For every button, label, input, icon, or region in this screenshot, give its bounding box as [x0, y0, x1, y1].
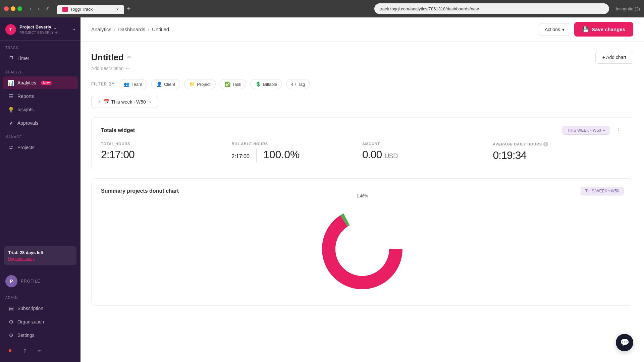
total-hours-value: 2:17:00 — [101, 148, 225, 161]
breadcrumb-sep-2: / — [148, 26, 149, 32]
url-text: track.toggl.com/analytics/7861318/dashbo… — [380, 6, 479, 11]
sidebar-bottom: Trial: 28 days left Upgrade today — [0, 242, 80, 269]
upgrade-link[interactable]: Upgrade today — [8, 256, 72, 261]
projects-label: Projects — [17, 145, 35, 150]
topbar: Analytics / Dashboards / Untitled Action… — [80, 17, 644, 42]
project-name: Project Beverly ... — [19, 24, 70, 30]
insights-label: Insights — [17, 107, 34, 112]
window-minimize-button[interactable] — [11, 6, 15, 11]
totals-widget: Totals widget THIS WEEK • W50 ▾ ⋮ TOTAL … — [91, 117, 633, 170]
organization-label: Organization — [17, 319, 44, 324]
task-filter-icon: ✅ — [225, 81, 230, 87]
donut-chart-container: 1.46% — [101, 202, 624, 297]
project-sub: PROJECT BEVERLY HI... — [19, 31, 70, 35]
window-close-button[interactable] — [4, 6, 9, 11]
analytics-new-badge: New — [41, 81, 52, 85]
save-changes-button[interactable]: 💾 Save changes — [574, 22, 633, 37]
timer-icon: ⏱ — [8, 55, 14, 61]
notification-dot — [9, 349, 11, 352]
manage-section-label: MANAGE — [0, 130, 80, 141]
sidebar-chevron-icon[interactable]: ▾ — [73, 27, 75, 32]
sidebar-item-projects[interactable]: 🗂 Projects — [3, 141, 78, 154]
sidebar-item-organization[interactable]: ⚙ Organization — [3, 315, 78, 328]
stat-total-hours: TOTAL HOURS 2:17:00 — [101, 142, 232, 162]
settings-icon: ⚙ — [8, 332, 14, 338]
more-options-button[interactable]: ⋮ — [613, 126, 624, 135]
breadcrumb-analytics[interactable]: Analytics — [91, 26, 111, 32]
active-tab[interactable]: Toggl Track × — [57, 5, 124, 14]
billable-hours-value-combo: 2:17:00 100.0% — [232, 148, 356, 162]
page-title: Untitled — [91, 52, 124, 63]
analytics-label: Analytics — [17, 80, 36, 85]
browser-forward-button[interactable]: › — [35, 4, 41, 13]
filter-tag[interactable]: 🏷 Tag — [286, 79, 310, 89]
subscription-icon: ▤ — [8, 305, 14, 311]
title-edit-icon[interactable]: ✏ — [127, 54, 131, 61]
browser-back-button[interactable]: ‹ — [28, 4, 33, 13]
organization-icon: ⚙ — [8, 319, 14, 325]
window-maximize-button[interactable] — [17, 6, 22, 11]
sidebar-item-approvals[interactable]: ✔ Approvals — [3, 117, 78, 129]
reports-label: Reports — [17, 94, 34, 99]
avg-daily-label: AVERAGE DAILY HOURS i — [493, 142, 617, 146]
add-chart-button[interactable]: + Add chart — [595, 51, 633, 64]
dashboard-content: Untitled ✏ + Add chart Add description ✏… — [80, 42, 644, 362]
incognito-label: Incognito (2) — [616, 6, 640, 11]
notification-icon-button[interactable] — [5, 346, 15, 355]
stat-billable-hours: BILLABLE HOURS 2:17:00 100.0% — [232, 142, 363, 162]
date-navigation[interactable]: ‹ 📅 This week · W50 › — [91, 96, 158, 108]
stat-avg-daily: AVERAGE DAILY HOURS i 0:19:34 — [493, 142, 624, 162]
sidebar-item-analytics[interactable]: 📊 Analytics New — [3, 76, 78, 89]
sidebar-header: T Project Beverly ... PROJECT BEVERLY HI… — [0, 17, 80, 41]
add-description-row[interactable]: Add description ✏ — [91, 66, 633, 71]
subscription-label: Subscription — [17, 306, 43, 311]
week-badge[interactable]: THIS WEEK • W50 ▾ — [562, 126, 609, 135]
total-hours-label: TOTAL HOURS — [101, 142, 225, 146]
project-filter-label: Project — [197, 82, 210, 87]
chat-support-button[interactable]: 💬 — [616, 334, 633, 351]
sidebar-item-subscription[interactable]: ▤ Subscription — [3, 302, 78, 315]
billable-hours-value: 2:17:00 — [232, 154, 250, 160]
browser-tab-bar: Toggl Track × + — [57, 4, 368, 14]
stat-divider — [256, 148, 257, 162]
breadcrumb-dashboards[interactable]: Dashboards — [118, 26, 145, 32]
sidebar-item-timer[interactable]: ⏱ Timer — [3, 52, 78, 65]
tab-close-button[interactable]: × — [116, 7, 119, 12]
trial-text: Trial: 28 days left — [8, 250, 72, 255]
dashboard-title: Untitled ✏ — [91, 52, 131, 63]
date-next-button[interactable]: › — [147, 99, 153, 105]
help-icon-button[interactable]: ? — [20, 346, 30, 355]
sidebar-item-reports[interactable]: ☰ Reports — [3, 90, 78, 103]
address-bar[interactable]: track.toggl.com/analytics/7861318/dashbo… — [374, 3, 609, 14]
date-prev-button[interactable]: ‹ — [96, 99, 102, 105]
team-filter-label: Team — [131, 82, 142, 87]
actions-button[interactable]: Actions ▾ — [539, 23, 570, 36]
sidebar: T Project Beverly ... PROJECT BEVERLY HI… — [0, 17, 80, 362]
avg-daily-value: 0:19:34 — [493, 149, 617, 162]
browser-chrome: ‹ › ↺ Toggl Track × + track.toggl.com/an… — [0, 0, 644, 17]
topbar-actions: Actions ▾ 💾 Save changes — [539, 22, 633, 37]
sidebar-item-settings[interactable]: ⚙ Settings — [3, 329, 78, 342]
analytics-icon: 📊 — [8, 80, 14, 86]
settings-label: Settings — [17, 333, 35, 338]
avatar[interactable]: P — [5, 275, 17, 287]
sidebar-item-insights[interactable]: 💡 Insights — [3, 103, 78, 116]
collapse-sidebar-button[interactable]: ⇤ — [35, 346, 44, 355]
main-content: Analytics / Dashboards / Untitled Action… — [80, 17, 644, 362]
description-edit-icon[interactable]: ✏ — [126, 66, 129, 71]
filter-project[interactable]: 📁 Project — [184, 79, 215, 89]
filter-team[interactable]: 👥 Team — [119, 79, 147, 89]
filter-task[interactable]: ✅ Task — [220, 79, 247, 89]
task-filter-label: Task — [232, 82, 241, 87]
week-badge-chevron-icon: ▾ — [603, 128, 605, 133]
browser-right-controls: Incognito (2) — [616, 6, 640, 11]
widget-title: Totals widget — [101, 127, 135, 133]
new-tab-button[interactable]: + — [124, 4, 133, 14]
filter-billable[interactable]: 💲 Billable — [250, 79, 282, 89]
filter-client[interactable]: 👤 Client — [151, 79, 180, 89]
chart-title: Summary projects donut chart — [101, 188, 179, 194]
info-icon[interactable]: i — [543, 142, 548, 146]
browser-refresh-button[interactable]: ↺ — [43, 4, 51, 13]
billable-filter-icon: 💲 — [255, 81, 261, 87]
insights-icon: 💡 — [8, 107, 14, 113]
